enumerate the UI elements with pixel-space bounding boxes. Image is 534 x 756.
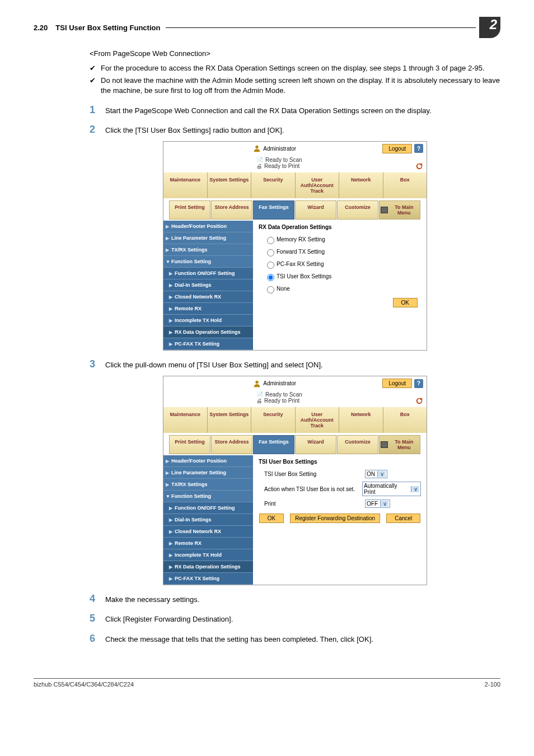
tab-security[interactable]: Security: [251, 407, 296, 433]
to-main-icon: [381, 207, 388, 213]
side-nav: ▶Header/Footer Position ▶Line Parameter …: [163, 221, 253, 350]
nav-closed-network-rx[interactable]: ▶Closed Network RX: [163, 291, 253, 303]
nav-closed-network-rx[interactable]: ▶Closed Network RX: [163, 526, 253, 538]
subtab-to-main-menu[interactable]: To Main Menu: [379, 435, 420, 454]
refresh-icon[interactable]: [415, 162, 423, 170]
cancel-button[interactable]: Cancel: [386, 514, 420, 523]
nav-remote-rx[interactable]: ▶Remote RX: [163, 538, 253, 549]
subtab-print-setting[interactable]: Print Setting: [169, 200, 210, 220]
screenshot-1: Administrator Logout ? 📄Ready to Scan 🖨R…: [163, 141, 427, 351]
nav-txrx-settings[interactable]: ▶TX/RX Settings: [163, 479, 253, 491]
subtab-customize[interactable]: Customize: [337, 200, 378, 220]
subtab-wizard[interactable]: Wizard: [295, 435, 336, 454]
select-print[interactable]: OFF∨: [365, 500, 390, 508]
radio-pcfax-rx[interactable]: PC-Fax RX Setting: [259, 258, 421, 270]
nav-function-setting[interactable]: ▼Function Setting: [163, 256, 253, 268]
tab-system-settings[interactable]: System Settings: [208, 172, 252, 198]
nav-txrx-settings[interactable]: ▶TX/RX Settings: [163, 244, 253, 256]
tab-network[interactable]: Network: [339, 172, 383, 198]
status-area: 📄Ready to Scan 🖨Ready to Print: [253, 390, 427, 407]
radio-forward-tx[interactable]: Forward TX Setting: [259, 246, 421, 258]
label-action-not-set: Action when TSI User Box is not set.: [264, 486, 362, 492]
svg-point-1: [256, 380, 259, 383]
sub-tabs: Print Setting Store Address Fax Settings…: [163, 200, 427, 220]
screenshot-2: Administrator Logout ? 📄Ready to Scan 🖨R…: [163, 376, 427, 585]
pane-title: RX Data Operation Settings: [259, 224, 421, 230]
subtab-fax-settings[interactable]: Fax Settings: [253, 435, 294, 454]
step-number: 2: [90, 124, 105, 136]
tab-maintenance[interactable]: Maintenance: [163, 407, 208, 433]
tab-box[interactable]: Box: [383, 407, 427, 433]
select-tsi-setting[interactable]: ON∨: [365, 470, 387, 478]
note-item: ✔ Do not leave the machine with the Admi…: [90, 76, 500, 96]
chevron-down-icon: ∨: [377, 471, 386, 477]
tab-user-auth[interactable]: User Auth/Account Track: [296, 407, 340, 433]
nav-dialin[interactable]: ▶Dial-In Settings: [163, 514, 253, 526]
subtab-store-address[interactable]: Store Address: [211, 435, 252, 454]
svg-point-0: [256, 146, 259, 148]
step-number: 3: [90, 358, 105, 370]
nav-incomplete-tx[interactable]: ▶Incomplete TX Hold: [163, 315, 253, 326]
subtab-customize[interactable]: Customize: [337, 435, 378, 454]
subtab-wizard[interactable]: Wizard: [295, 200, 336, 220]
nav-incomplete-tx[interactable]: ▶Incomplete TX Hold: [163, 549, 253, 561]
sub-tabs: Print Setting Store Address Fax Settings…: [163, 435, 427, 454]
nav-function-setting[interactable]: ▼Function Setting: [163, 491, 253, 502]
nav-function-onoff[interactable]: ▶Function ON/OFF Setting: [163, 268, 253, 279]
nav-line-parameter[interactable]: ▶Line Parameter Setting: [163, 232, 253, 244]
main-tabs: Maintenance System Settings Security Use…: [163, 172, 427, 198]
step-number: 6: [90, 633, 105, 645]
radio-none[interactable]: None: [259, 283, 421, 295]
radio-tsi-user-box[interactable]: TSI User Box Settings: [259, 270, 421, 283]
note-text: For the procedure to access the RX Data …: [101, 63, 485, 73]
admin-icon: [253, 144, 261, 152]
chevron-down-icon: ∨: [380, 501, 388, 507]
note-item: ✔ For the procedure to access the RX Dat…: [90, 63, 500, 73]
nav-dialin[interactable]: ▶Dial-In Settings: [163, 279, 253, 291]
register-forwarding-button[interactable]: Register Forwarding Destination: [290, 514, 380, 523]
tab-security[interactable]: Security: [251, 172, 296, 198]
step-text: Check the message that tells that the se…: [105, 634, 500, 645]
step-number: 5: [90, 613, 105, 624]
subtab-fax-settings[interactable]: Fax Settings: [253, 200, 294, 220]
step-number: 4: [90, 593, 105, 605]
tab-box[interactable]: Box: [383, 172, 427, 198]
subtab-store-address[interactable]: Store Address: [211, 200, 252, 220]
label-print: Print: [264, 501, 365, 507]
tab-user-auth[interactable]: User Auth/Account Track: [296, 172, 340, 198]
help-icon[interactable]: ?: [414, 379, 423, 388]
ok-button[interactable]: OK: [259, 514, 284, 523]
tab-network[interactable]: Network: [339, 407, 383, 433]
ok-button[interactable]: OK: [393, 298, 418, 307]
page-footer: bizhub C554/C454/C364/C284/C224 2-100: [34, 678, 500, 688]
admin-label: Administrator: [253, 380, 296, 388]
nav-line-parameter[interactable]: ▶Line Parameter Setting: [163, 467, 253, 479]
printer-icon: 🖨: [256, 398, 262, 404]
radio-memory-rx[interactable]: Memory RX Setting: [259, 234, 421, 246]
help-icon[interactable]: ?: [414, 144, 423, 153]
side-nav: ▶Header/Footer Position ▶Line Parameter …: [163, 455, 253, 585]
nav-remote-rx[interactable]: ▶Remote RX: [163, 303, 253, 315]
sub-heading: <From PageScope Web Connection>: [90, 49, 500, 58]
refresh-icon[interactable]: [415, 397, 423, 405]
nav-rx-data-operation[interactable]: ▶RX Data Operation Settings: [163, 561, 253, 573]
step-text: Make the necessary settings.: [105, 595, 500, 605]
nav-rx-data-operation[interactable]: ▶RX Data Operation Settings: [163, 326, 253, 338]
tab-system-settings[interactable]: System Settings: [208, 407, 252, 433]
nav-pcfax-tx[interactable]: ▶PC-FAX TX Setting: [163, 338, 253, 350]
scanner-icon: 📄: [256, 391, 263, 398]
chevron-down-icon: ∨: [411, 486, 419, 492]
logout-button[interactable]: Logout: [382, 379, 412, 388]
nav-pcfax-tx[interactable]: ▶PC-FAX TX Setting: [163, 573, 253, 585]
subtab-to-main-menu[interactable]: To Main Menu: [379, 200, 420, 220]
chapter-badge: 2: [479, 17, 500, 38]
logout-button[interactable]: Logout: [382, 144, 412, 153]
nav-header-footer[interactable]: ▶Header/Footer Position: [163, 221, 253, 232]
tab-maintenance[interactable]: Maintenance: [163, 172, 208, 198]
select-action-not-set[interactable]: Automatically Print∨: [362, 482, 421, 496]
step-number: 1: [90, 104, 105, 116]
step-text: Click [Register Forwarding Destination].: [105, 614, 500, 624]
subtab-print-setting[interactable]: Print Setting: [169, 435, 210, 454]
nav-function-onoff[interactable]: ▶Function ON/OFF Setting: [163, 502, 253, 514]
nav-header-footer[interactable]: ▶Header/Footer Position: [163, 455, 253, 467]
